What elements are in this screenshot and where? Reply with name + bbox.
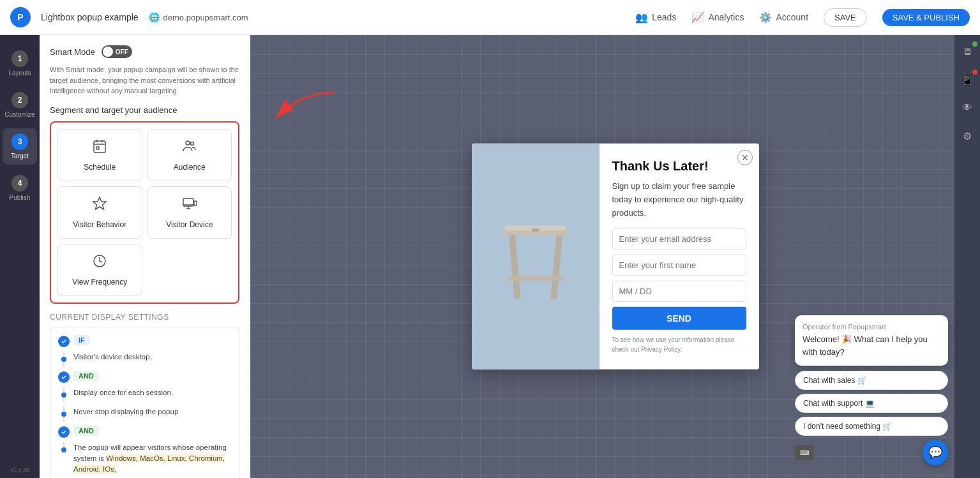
svg-rect-16 (509, 235, 521, 299)
popup-description: Sign up to claim your free sample today … (612, 180, 746, 220)
arrow-annotation (263, 86, 340, 140)
smart-mode-toggle[interactable]: OFF (102, 45, 132, 58)
smart-mode-label: Smart Mode (50, 47, 95, 57)
ds-row-and2: AND (58, 426, 231, 438)
view-frequency-label: View Frequency (72, 278, 127, 287)
visitor-device-icon (182, 196, 197, 215)
version-label: v1.3.38 (10, 467, 29, 478)
toggle-circle (103, 47, 113, 57)
chat-operator: Operator from Popupsmart (803, 323, 940, 331)
ds-dot-and2 (58, 426, 70, 438)
visitor-device-label: Visitor Device (166, 220, 213, 229)
chat-keyboard-icon[interactable]: ⌨ (795, 445, 814, 460)
app-logo[interactable]: P (10, 7, 31, 27)
popup-privacy: To see how we use your information pleas… (612, 335, 746, 354)
popup-date-input[interactable] (612, 281, 746, 302)
view-frequency-icon (92, 253, 107, 273)
ds-tag-and1: AND (73, 371, 99, 381)
ds-tag-and2: AND (73, 426, 99, 436)
svg-rect-4 (96, 147, 99, 149)
save-publish-button[interactable]: SAVE & PUBLISH (882, 9, 970, 26)
eye-preview-icon[interactable]: 👁 (958, 99, 976, 117)
chat-btn-sales[interactable]: Chat with sales 🛒 (795, 371, 948, 390)
ds-text-os: The popup will appear visitors whose ope… (73, 442, 231, 475)
target-card-audience[interactable]: Audience (147, 129, 232, 181)
step-circle-1: 1 (11, 50, 28, 67)
ds-text-never-stop: Never stop displaying the popup (73, 407, 178, 417)
settings-icon-button[interactable]: ⚙ (958, 127, 976, 145)
step-publish[interactable]: 4 Publish (3, 170, 37, 206)
smart-mode-desc: With Smart mode, your popup campaign wil… (50, 64, 239, 96)
campaign-name[interactable]: Lightbox popup example (41, 12, 139, 22)
display-settings-box: IF Visitor's device desktop, (50, 327, 239, 479)
step-circle-4: 4 (11, 175, 28, 191)
nav-analytics[interactable]: 📈 Analytics (691, 11, 744, 24)
step-circle-2: 2 (11, 92, 28, 108)
account-label: Account (776, 12, 808, 22)
svg-rect-12 (194, 201, 197, 205)
leads-label: Leads (652, 12, 676, 22)
step-label-4: Publish (10, 194, 31, 201)
nav-leads[interactable]: 👥 Leads (635, 11, 676, 24)
canvas: ✕ Thank Us Later! Sign up to claim your … (250, 35, 980, 478)
ds-text-device: Visitor's device desktop, (73, 352, 152, 362)
step-customize[interactable]: 2 Customize (3, 87, 37, 123)
mobile-icon: 📱 (961, 74, 974, 86)
step-layouts[interactable]: 1 Layouts (3, 45, 37, 82)
audience-label: Audience (174, 163, 206, 172)
settings-icon: ⚙ (963, 130, 972, 142)
mobile-preview-icon[interactable]: 📱 (958, 71, 976, 89)
svg-marker-7 (93, 197, 106, 209)
toggle-text: OFF (116, 49, 128, 56)
popup-modal: ✕ Thank Us Later! Sign up to claim your … (472, 144, 759, 370)
smart-mode-row: Smart Mode OFF (50, 45, 239, 58)
popup-send-button[interactable]: SEND (612, 307, 746, 330)
nav-account[interactable]: ⚙️ Account (759, 11, 808, 24)
segment-title: Segment and target your audience (50, 105, 239, 115)
svg-rect-17 (550, 235, 562, 299)
ds-dot-if (58, 336, 70, 347)
schedule-icon (92, 138, 107, 158)
svg-rect-18 (508, 276, 564, 281)
target-card-view-frequency[interactable]: View Frequency (57, 244, 142, 296)
visitor-behavior-label: Visitor Behavior (73, 220, 126, 229)
analytics-label: Analytics (708, 12, 744, 22)
visitor-behavior-icon (92, 196, 107, 215)
schedule-label: Schedule (84, 163, 116, 172)
popup-name-input[interactable] (612, 255, 746, 276)
target-card-schedule[interactable]: Schedule (57, 129, 142, 181)
popup-email-input[interactable] (612, 228, 746, 250)
audience-icon (182, 138, 197, 158)
ds-row-and1: AND (58, 371, 231, 384)
popup-title: Thank Us Later! (612, 159, 746, 174)
header-url: 🌐 demo.popupsmart.com (149, 12, 626, 22)
popup-image (472, 144, 599, 370)
globe-icon: 🌐 (149, 12, 160, 22)
popup-close-button[interactable]: ✕ (737, 150, 753, 165)
target-card-visitor-device[interactable]: Visitor Device (147, 186, 232, 239)
save-button[interactable]: SAVE (824, 8, 867, 27)
url-text: demo.popupsmart.com (163, 13, 248, 22)
header: P Lightbox popup example 🌐 demo.popupsma… (0, 0, 980, 35)
desktop-dot (972, 41, 977, 47)
ds-row-if: IF (58, 335, 231, 348)
step-target[interactable]: 3 Target (3, 128, 37, 165)
step-label-1: Layouts (8, 70, 31, 77)
ds-dot-and1 (58, 371, 70, 383)
leads-icon: 👥 (635, 11, 648, 24)
svg-point-5 (186, 141, 190, 145)
step-label-2: Customize (4, 111, 34, 118)
desktop-preview-icon[interactable]: 🖥 (958, 43, 976, 61)
svg-point-6 (190, 142, 193, 145)
desktop-icon: 🖥 (962, 46, 972, 57)
chat-btn-dismiss[interactable]: I don't need something 🛒 (795, 417, 948, 436)
target-cards-grid: Schedule Audience (50, 121, 239, 304)
account-icon: ⚙️ (759, 11, 772, 24)
chat-open-button[interactable]: 💬 (923, 440, 948, 465)
chat-btn-support[interactable]: Chat with support 💻 (795, 394, 948, 413)
analytics-icon: 📈 (691, 11, 704, 24)
target-card-visitor-behavior[interactable]: Visitor Behavior (57, 186, 142, 239)
step-circle-3: 3 (11, 133, 28, 150)
eye-icon: 👁 (962, 102, 972, 114)
chat-widget: Operator from Popupsmart Welcome! 🎉 What… (795, 315, 948, 465)
